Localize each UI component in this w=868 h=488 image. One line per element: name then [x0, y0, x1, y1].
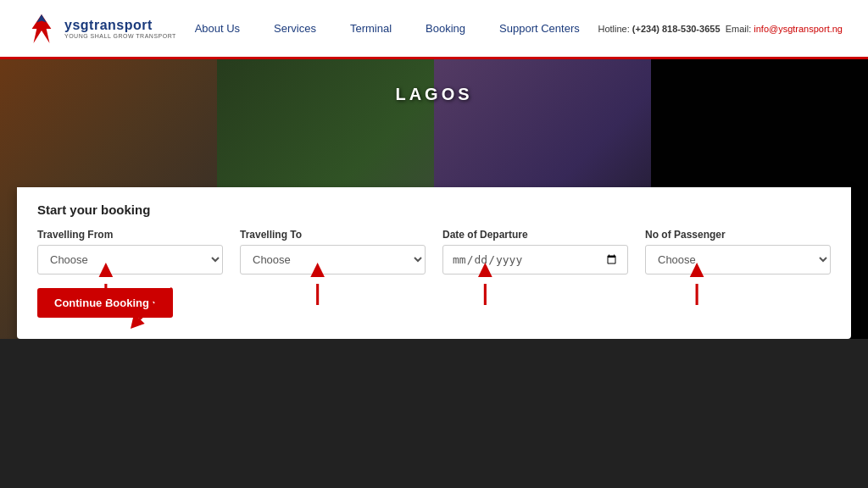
header-contact: Hotline: (+234) 818-530-3655 Email: info…	[598, 24, 843, 34]
from-label: Travelling From	[37, 229, 223, 241]
passengers-group: No of Passenger Choose 1 2 3 4 5	[645, 229, 831, 274]
date-group: Date of Departure	[442, 229, 628, 274]
main-nav: About Us Services Terminal Booking Suppo…	[195, 22, 580, 35]
logo-name: ysgtransport	[64, 18, 176, 33]
to-label: Travelling To	[240, 229, 426, 241]
to-group: Travelling To Choose Lagos Abuja Port Ha…	[240, 229, 426, 274]
date-label: Date of Departure	[442, 229, 628, 241]
passengers-label: No of Passenger	[645, 229, 831, 241]
logo-area: ysgtransport YOUNG SHALL GROW TRANSPORT	[25, 13, 176, 45]
header: ysgtransport YOUNG SHALL GROW TRANSPORT …	[0, 0, 868, 59]
from-group: Travelling From Choose Lagos Abuja Port …	[37, 229, 223, 274]
to-select[interactable]: Choose Lagos Abuja Port Harcourt Kano	[240, 245, 426, 274]
hero-section: LAGOS Find Your Perfect Trip 📅 Booking ★…	[0, 59, 868, 339]
logo-text: ysgtransport YOUNG SHALL GROW TRANSPORT	[64, 18, 176, 39]
passengers-select[interactable]: Choose 1 2 3 4 5	[645, 245, 831, 274]
nav-services[interactable]: Services	[274, 22, 316, 35]
booking-panel: Start your booking Travelling From Choos…	[17, 187, 851, 339]
email-link: info@ysgtransport.ng	[754, 24, 843, 34]
hotline-text: Hotline: (+234) 818-530-3655 Email: info…	[598, 24, 843, 34]
logo-tagline: YOUNG SHALL GROW TRANSPORT	[64, 33, 176, 39]
nav-terminal[interactable]: Terminal	[350, 22, 392, 35]
nav-support[interactable]: Support Centers	[499, 22, 580, 35]
continue-booking-button[interactable]: Continue Booking ›	[37, 288, 173, 318]
nav-about[interactable]: About Us	[195, 22, 240, 35]
form-fields-row: Travelling From Choose Lagos Abuja Port …	[37, 229, 831, 274]
from-select[interactable]: Choose Lagos Abuja Port Harcourt Kano	[37, 245, 223, 274]
city-label: LAGOS	[395, 85, 472, 104]
logo-icon	[25, 13, 58, 45]
date-input[interactable]	[442, 245, 628, 274]
nav-booking[interactable]: Booking	[426, 22, 465, 35]
booking-title: Start your booking	[37, 202, 831, 217]
